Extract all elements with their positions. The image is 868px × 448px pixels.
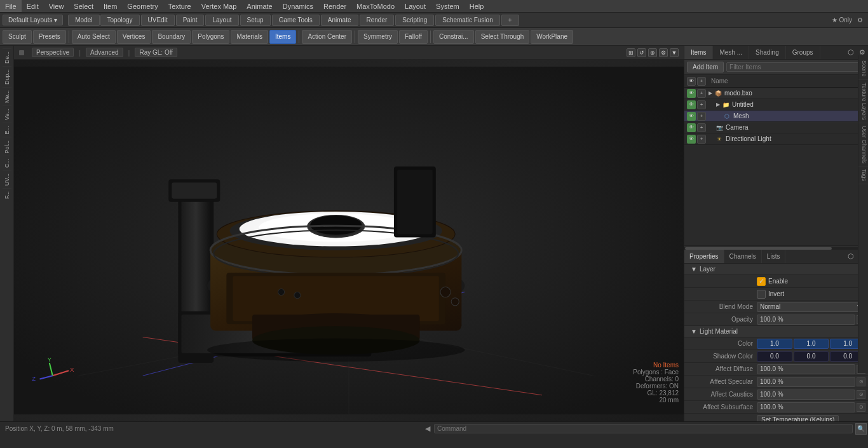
item-plus-dir-light[interactable]: +	[697, 135, 706, 144]
item-camera[interactable]: 👁 + 📷 Camera	[684, 122, 868, 133]
shadow-r[interactable]: 0.0	[757, 351, 792, 362]
items-col-plus[interactable]: +	[697, 77, 706, 86]
command-search-btn[interactable]: 🔍	[855, 423, 867, 435]
set-temp-btn[interactable]: Set Temperature (Kelvins)	[757, 415, 839, 421]
boundary-btn[interactable]: Boundary	[152, 30, 191, 44]
vp-zoom-btn[interactable]: ⊕	[648, 48, 657, 57]
affect-diffuse-value[interactable]: 100.0 %	[757, 364, 855, 374]
menu-geometry[interactable]: Geometry	[122, 0, 163, 12]
tab-groups[interactable]: Groups	[786, 46, 820, 59]
layout-btn-scripting[interactable]: Scripting	[395, 15, 434, 26]
materials-btn[interactable]: Materials	[231, 30, 268, 44]
action-center-btn[interactable]: Action Center	[302, 30, 352, 44]
affect-caustics-value[interactable]: 100.0 %	[757, 390, 855, 400]
left-tab-me[interactable]: Me...	[3, 87, 11, 105]
menu-edit[interactable]: Edit	[22, 0, 44, 12]
item-untitled[interactable]: 👁 + ▶ 📁 Untitled	[684, 99, 868, 111]
left-tab-uv[interactable]: UV...	[3, 170, 11, 188]
layout-star-only[interactable]: ★ Only	[829, 17, 855, 24]
falloff-btn[interactable]: Falloff	[399, 30, 428, 44]
tab-shading[interactable]: Shading	[749, 46, 786, 59]
viewport-advanced[interactable]: Advanced	[86, 48, 123, 57]
left-tab-e[interactable]: E...	[3, 123, 11, 137]
left-tab-de[interactable]: De...	[3, 48, 11, 66]
props-expand[interactable]: ⬡	[845, 251, 857, 262]
menu-vertex-map[interactable]: Vertex Map	[196, 0, 242, 12]
symmetry-btn[interactable]: Symmetry	[358, 30, 398, 44]
item-mesh[interactable]: 👁 + ⬡ Mesh	[684, 111, 868, 122]
viewport-ray-gl[interactable]: Ray GL: Off	[135, 48, 177, 57]
light-material-section-header[interactable]: ▼ Light Material	[684, 326, 868, 337]
tab-mesh[interactable]: Mesh ...	[713, 46, 749, 59]
command-input[interactable]	[434, 424, 853, 433]
item-eye-dir-light[interactable]: 👁	[687, 135, 696, 144]
rs-tab-texture[interactable]: Texture Layers	[858, 80, 868, 123]
ptab-lists[interactable]: Lists	[762, 250, 786, 263]
affect-caustics-dial[interactable]: ⊙	[857, 390, 865, 399]
menu-dynamics[interactable]: Dynamics	[278, 0, 318, 12]
enable-checkbox[interactable]: ✓	[757, 277, 766, 286]
layout-btn-plus[interactable]: +	[501, 15, 519, 26]
vp-rotate-btn[interactable]: ↺	[637, 48, 646, 57]
layout-btn-setup[interactable]: Setup	[240, 15, 271, 26]
item-plus-modo-bxo[interactable]: +	[697, 89, 706, 98]
menu-render[interactable]: Render	[318, 0, 351, 12]
layout-dropdown[interactable]: Default Layouts ▾	[3, 15, 63, 25]
layout-btn-render[interactable]: Render	[360, 15, 395, 26]
item-eye-camera[interactable]: 👁	[687, 123, 696, 132]
layout-btn-paint[interactable]: Paint	[176, 15, 205, 26]
left-tab-c[interactable]: C...	[3, 156, 11, 170]
items-btn[interactable]: Items	[269, 30, 296, 44]
menu-maxtomodo[interactable]: MaxToModo	[351, 0, 400, 12]
add-item-btn[interactable]: Add Item	[687, 62, 724, 72]
color-r[interactable]: 1.0	[757, 339, 792, 349]
item-eye-untitled[interactable]: 👁	[687, 100, 696, 109]
item-modo-bxo[interactable]: 👁 + ▶ 📦 modo.bxo	[684, 88, 868, 99]
layout-btn-animate[interactable]: Animate	[321, 15, 358, 26]
opacity-value[interactable]: 100.0 %	[757, 315, 855, 325]
item-eye-mesh[interactable]: 👁	[687, 112, 696, 121]
menu-texture[interactable]: Texture	[163, 0, 196, 12]
affect-subsurface-value[interactable]: 100.0 %	[757, 402, 855, 412]
layout-btn-uvedit[interactable]: UVEdit	[141, 15, 175, 26]
layout-btn-topology[interactable]: Topology	[100, 15, 140, 26]
vp-settings-btn[interactable]: ⚙	[659, 48, 668, 57]
layout-btn-layout[interactable]: Layout	[205, 15, 238, 26]
vp-more-btn[interactable]: ▼	[670, 48, 679, 57]
left-tab-f[interactable]: F...	[3, 188, 11, 201]
rs-tab-user-channels[interactable]: User Channels	[858, 123, 868, 167]
item-eye-modo-bxo[interactable]: 👁	[687, 89, 696, 98]
item-plus-untitled[interactable]: +	[697, 100, 706, 109]
rs-tab-tags[interactable]: Tags	[858, 166, 868, 184]
ptab-properties[interactable]: Properties	[684, 250, 724, 263]
menu-animate[interactable]: Animate	[241, 0, 277, 12]
layout-settings[interactable]: ⚙	[855, 17, 865, 24]
shadow-g[interactable]: 0.0	[794, 351, 829, 362]
rs-tab-scene[interactable]: Scene	[858, 58, 868, 80]
viewport-canvas[interactable]: X Y Z No Items Polygons : Face Channels:…	[14, 60, 684, 421]
select-through-btn[interactable]: Select Through	[475, 30, 530, 44]
vertices-btn[interactable]: Vertices	[117, 30, 151, 44]
invert-checkbox[interactable]	[757, 290, 766, 299]
left-tab-dup[interactable]: Dup...	[3, 66, 11, 87]
menu-help[interactable]: Help	[465, 0, 489, 12]
viewport[interactable]: Perspective | Advanced | Ray GL: Off ⊞ ↺…	[14, 46, 684, 421]
items-filter-input[interactable]	[726, 62, 865, 72]
auto-select-btn[interactable]: Auto Select	[72, 30, 116, 44]
item-dir-light[interactable]: 👁 + ☀ Directional Light	[684, 133, 868, 145]
affect-subsurface-dial[interactable]: ⊙	[857, 403, 865, 412]
sculpt-btn[interactable]: Sculpt	[3, 30, 32, 44]
ptab-channels[interactable]: Channels	[724, 250, 762, 263]
constrai-btn[interactable]: Constrai...	[433, 30, 474, 44]
menu-file[interactable]: File	[0, 0, 22, 12]
color-g[interactable]: 1.0	[794, 339, 829, 349]
presets-btn[interactable]: Presets	[33, 30, 66, 44]
left-tab-ve[interactable]: Ve...	[3, 105, 11, 123]
affect-specular-value[interactable]: 100.0 %	[757, 377, 855, 387]
workplane-btn[interactable]: WorkPlane	[531, 30, 573, 44]
left-tab-pol[interactable]: Pol...	[3, 137, 11, 156]
menu-system[interactable]: System	[431, 0, 465, 12]
affect-specular-dial[interactable]: ⊙	[857, 377, 865, 386]
layer-section-header[interactable]: ▼ Layer	[684, 264, 868, 275]
menu-item[interactable]: Item	[98, 0, 122, 12]
